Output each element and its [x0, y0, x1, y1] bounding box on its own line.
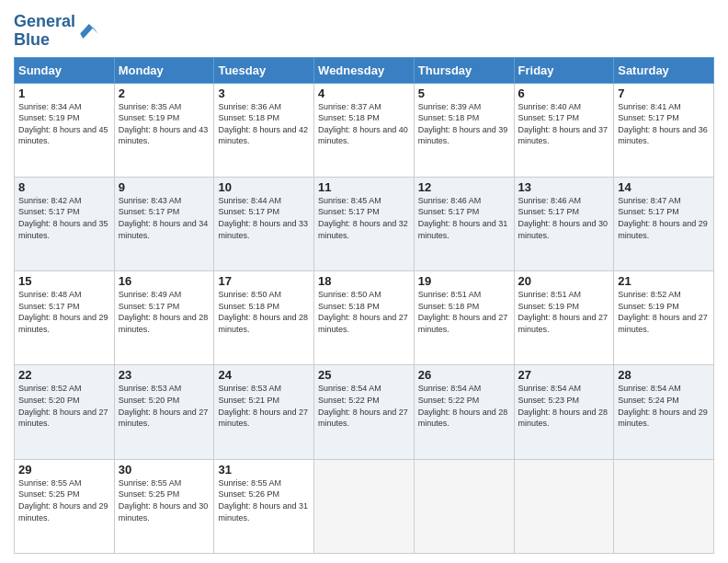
day-info: Sunrise: 8:39 AMSunset: 5:18 PMDaylight:…: [418, 101, 510, 147]
calendar-cell: 7Sunrise: 8:41 AMSunset: 5:17 PMDaylight…: [614, 83, 714, 177]
calendar-cell: 17Sunrise: 8:50 AMSunset: 5:18 PMDayligh…: [214, 271, 314, 365]
calendar-cell: 6Sunrise: 8:40 AMSunset: 5:17 PMDaylight…: [514, 83, 614, 177]
calendar-cell: 22Sunrise: 8:52 AMSunset: 5:20 PMDayligh…: [15, 365, 115, 459]
logo-icon: [77, 20, 99, 42]
day-number: 27: [518, 368, 610, 382]
calendar-cell: 31Sunrise: 8:55 AMSunset: 5:26 PMDayligh…: [214, 459, 314, 553]
weekday-header: Friday: [514, 57, 614, 83]
day-info: Sunrise: 8:50 AMSunset: 5:18 PMDaylight:…: [318, 289, 410, 335]
day-number: 31: [218, 463, 310, 477]
day-number: 9: [119, 180, 210, 194]
day-number: 2: [119, 86, 210, 100]
day-number: 22: [18, 368, 110, 382]
calendar-week-row: 15Sunrise: 8:48 AMSunset: 5:17 PMDayligh…: [15, 271, 714, 365]
day-info: Sunrise: 8:49 AMSunset: 5:17 PMDaylight:…: [119, 289, 210, 335]
calendar-cell: 10Sunrise: 8:44 AMSunset: 5:17 PMDayligh…: [214, 177, 314, 270]
weekday-header: Thursday: [414, 57, 514, 83]
calendar-cell: [514, 459, 614, 553]
day-number: 19: [418, 274, 510, 288]
day-number: 5: [418, 86, 510, 100]
calendar-cell: 9Sunrise: 8:43 AMSunset: 5:17 PMDaylight…: [114, 177, 214, 270]
day-number: 20: [518, 274, 610, 288]
calendar-week-row: 22Sunrise: 8:52 AMSunset: 5:20 PMDayligh…: [15, 365, 714, 459]
day-info: Sunrise: 8:50 AMSunset: 5:18 PMDaylight:…: [218, 289, 310, 335]
calendar-cell: 26Sunrise: 8:54 AMSunset: 5:22 PMDayligh…: [414, 365, 514, 459]
day-number: 24: [218, 368, 310, 382]
calendar-cell: 20Sunrise: 8:51 AMSunset: 5:19 PMDayligh…: [514, 271, 614, 365]
day-info: Sunrise: 8:53 AMSunset: 5:20 PMDaylight:…: [119, 383, 210, 429]
calendar-cell: 19Sunrise: 8:51 AMSunset: 5:18 PMDayligh…: [414, 271, 514, 365]
day-number: 6: [518, 86, 610, 100]
day-number: 25: [318, 368, 410, 382]
day-info: Sunrise: 8:54 AMSunset: 5:22 PMDaylight:…: [318, 383, 410, 429]
day-number: 16: [119, 274, 210, 288]
calendar-week-row: 1Sunrise: 8:34 AMSunset: 5:19 PMDaylight…: [15, 83, 714, 177]
day-info: Sunrise: 8:47 AMSunset: 5:17 PMDaylight:…: [618, 195, 710, 241]
day-info: Sunrise: 8:55 AMSunset: 5:26 PMDaylight:…: [218, 477, 310, 523]
weekday-header: Sunday: [15, 57, 115, 83]
header: General Blue: [14, 9, 714, 50]
day-info: Sunrise: 8:46 AMSunset: 5:17 PMDaylight:…: [418, 195, 510, 241]
calendar-cell: 28Sunrise: 8:54 AMSunset: 5:24 PMDayligh…: [614, 365, 714, 459]
weekday-header: Tuesday: [214, 57, 314, 83]
day-number: 11: [318, 180, 410, 194]
day-info: Sunrise: 8:41 AMSunset: 5:17 PMDaylight:…: [618, 101, 710, 147]
day-info: Sunrise: 8:54 AMSunset: 5:24 PMDaylight:…: [618, 383, 710, 429]
calendar-cell: 24Sunrise: 8:53 AMSunset: 5:21 PMDayligh…: [214, 365, 314, 459]
day-info: Sunrise: 8:40 AMSunset: 5:17 PMDaylight:…: [518, 101, 610, 147]
day-number: 10: [218, 180, 310, 194]
calendar-cell: 1Sunrise: 8:34 AMSunset: 5:19 PMDaylight…: [15, 83, 115, 177]
calendar-cell: [614, 459, 714, 553]
calendar-cell: 14Sunrise: 8:47 AMSunset: 5:17 PMDayligh…: [614, 177, 714, 270]
day-number: 30: [119, 463, 210, 477]
page: General Blue SundayMondayTuesdayWednesda…: [0, 0, 728, 563]
day-number: 23: [119, 368, 210, 382]
calendar-cell: 3Sunrise: 8:36 AMSunset: 5:18 PMDaylight…: [214, 83, 314, 177]
day-info: Sunrise: 8:36 AMSunset: 5:18 PMDaylight:…: [218, 101, 310, 147]
weekday-header-row: SundayMondayTuesdayWednesdayThursdayFrid…: [15, 57, 714, 83]
calendar-cell: 12Sunrise: 8:46 AMSunset: 5:17 PMDayligh…: [414, 177, 514, 270]
day-info: Sunrise: 8:35 AMSunset: 5:19 PMDaylight:…: [119, 101, 210, 147]
day-info: Sunrise: 8:42 AMSunset: 5:17 PMDaylight:…: [18, 195, 110, 241]
svg-marker-0: [80, 24, 97, 39]
day-number: 26: [418, 368, 510, 382]
logo: General Blue: [14, 13, 99, 50]
calendar-cell: 11Sunrise: 8:45 AMSunset: 5:17 PMDayligh…: [314, 177, 415, 270]
weekday-header: Monday: [114, 57, 214, 83]
day-info: Sunrise: 8:51 AMSunset: 5:18 PMDaylight:…: [418, 289, 510, 335]
day-info: Sunrise: 8:53 AMSunset: 5:21 PMDaylight:…: [218, 383, 310, 429]
day-number: 28: [618, 368, 710, 382]
calendar-cell: 30Sunrise: 8:55 AMSunset: 5:25 PMDayligh…: [114, 459, 214, 553]
calendar-cell: 21Sunrise: 8:52 AMSunset: 5:19 PMDayligh…: [614, 271, 714, 365]
day-info: Sunrise: 8:52 AMSunset: 5:19 PMDaylight:…: [618, 289, 710, 335]
calendar-cell: 15Sunrise: 8:48 AMSunset: 5:17 PMDayligh…: [15, 271, 115, 365]
calendar-cell: 25Sunrise: 8:54 AMSunset: 5:22 PMDayligh…: [314, 365, 415, 459]
day-info: Sunrise: 8:55 AMSunset: 5:25 PMDaylight:…: [18, 477, 110, 523]
day-info: Sunrise: 8:55 AMSunset: 5:25 PMDaylight:…: [119, 477, 210, 523]
day-number: 15: [18, 274, 110, 288]
calendar-cell: [314, 459, 415, 553]
day-number: 29: [18, 463, 110, 477]
day-info: Sunrise: 8:34 AMSunset: 5:19 PMDaylight:…: [18, 101, 110, 147]
day-info: Sunrise: 8:51 AMSunset: 5:19 PMDaylight:…: [518, 289, 610, 335]
day-number: 18: [318, 274, 410, 288]
calendar-cell: 23Sunrise: 8:53 AMSunset: 5:20 PMDayligh…: [114, 365, 214, 459]
calendar-cell: 5Sunrise: 8:39 AMSunset: 5:18 PMDaylight…: [414, 83, 514, 177]
calendar-cell: 13Sunrise: 8:46 AMSunset: 5:17 PMDayligh…: [514, 177, 614, 270]
calendar-week-row: 29Sunrise: 8:55 AMSunset: 5:25 PMDayligh…: [15, 459, 714, 553]
day-number: 4: [318, 86, 410, 100]
day-info: Sunrise: 8:52 AMSunset: 5:20 PMDaylight:…: [18, 383, 110, 429]
day-info: Sunrise: 8:54 AMSunset: 5:22 PMDaylight:…: [418, 383, 510, 429]
day-info: Sunrise: 8:54 AMSunset: 5:23 PMDaylight:…: [518, 383, 610, 429]
calendar-cell: 2Sunrise: 8:35 AMSunset: 5:19 PMDaylight…: [114, 83, 214, 177]
calendar-cell: [414, 459, 514, 553]
day-number: 14: [618, 180, 710, 194]
day-info: Sunrise: 8:37 AMSunset: 5:18 PMDaylight:…: [318, 101, 410, 147]
calendar-cell: 27Sunrise: 8:54 AMSunset: 5:23 PMDayligh…: [514, 365, 614, 459]
day-info: Sunrise: 8:43 AMSunset: 5:17 PMDaylight:…: [119, 195, 210, 241]
day-number: 12: [418, 180, 510, 194]
calendar-cell: 4Sunrise: 8:37 AMSunset: 5:18 PMDaylight…: [314, 83, 415, 177]
day-number: 13: [518, 180, 610, 194]
day-info: Sunrise: 8:46 AMSunset: 5:17 PMDaylight:…: [518, 195, 610, 241]
calendar-cell: 18Sunrise: 8:50 AMSunset: 5:18 PMDayligh…: [314, 271, 415, 365]
